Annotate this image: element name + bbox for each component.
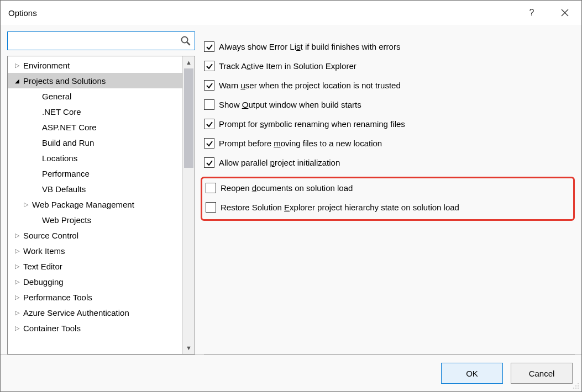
tree-item[interactable]: ▷Performance Tools [8,289,182,305]
search-input[interactable] [11,32,180,50]
tree-item[interactable]: ASP.NET Core [8,119,182,135]
option-label[interactable]: Track Active Item in Solution Explorer [219,61,575,71]
checkbox[interactable] [204,99,214,110]
ok-button[interactable]: OK [441,363,503,384]
chevron-right-icon[interactable] [32,93,40,99]
checkbox[interactable] [206,202,216,213]
checkbox[interactable] [204,138,214,149]
dialog-footer: OK Cancel [1,354,581,391]
search-icon [180,35,191,46]
tree-item-label: Performance Tools [23,293,92,302]
tree-item-label: Source Control [23,231,78,240]
chevron-right-icon[interactable] [32,139,40,146]
chevron-right-icon[interactable]: ▷ [13,232,21,239]
cancel-button[interactable]: Cancel [511,363,573,384]
scroll-track[interactable] [183,68,195,342]
close-button[interactable] [548,1,581,25]
scroll-down-icon[interactable]: ▼ [183,342,195,354]
option-label[interactable]: Warn user when the project location is n… [219,81,575,90]
option-row: Show Output window when build starts [204,98,575,111]
tree-item[interactable]: ▷Work Items [8,243,182,258]
chevron-right-icon[interactable]: ▷ [13,309,21,316]
tree-item-label: Locations [42,153,77,163]
tree-item[interactable]: ▷Environment [8,57,182,73]
resize-grip-icon[interactable] [571,382,579,389]
options-list: Always show Error List if build finishes… [204,40,575,221]
checkbox[interactable] [204,157,214,168]
tree-item[interactable]: .NET Core [8,104,182,119]
chevron-right-icon[interactable]: ▷ [13,278,21,285]
right-panel: Always show Error List if build finishes… [204,31,575,354]
tree-item-label: Environment [23,61,70,70]
tree-item[interactable]: Web Projects [8,212,182,227]
option-row: Restore Solution Explorer project hierar… [206,201,569,214]
checkbox[interactable] [204,119,214,129]
tree-item-label: Work Items [23,246,65,256]
tree-item-label: Text Editor [23,262,62,271]
checkbox[interactable] [204,61,214,71]
checkbox[interactable] [204,80,214,91]
tree-item-label: Web Package Management [32,200,134,209]
tree-item[interactable]: ▷Debugging [8,274,182,289]
svg-point-4 [578,383,579,384]
svg-point-5 [575,385,576,386]
chevron-down-icon[interactable]: ◢ [13,78,21,84]
option-label[interactable]: Prompt before moving files to a new loca… [219,139,575,148]
chevron-right-icon[interactable]: ▷ [13,62,21,69]
svg-line-3 [187,43,190,45]
tree-item-label: Debugging [23,277,64,287]
option-label[interactable]: Allow parallel project initialization [219,158,575,167]
chevron-right-icon[interactable] [32,155,40,161]
chevron-right-icon[interactable]: ▷ [22,201,30,208]
svg-point-9 [578,388,579,389]
option-label[interactable]: Restore Solution Explorer project hierar… [221,203,569,212]
scroll-up-icon[interactable]: ▲ [183,56,195,68]
tree-item-label: General [42,92,71,101]
option-row: Prompt for symbolic renaming when renami… [204,118,575,130]
chevron-right-icon[interactable] [32,216,40,223]
chevron-right-icon[interactable]: ▷ [13,325,21,332]
option-label[interactable]: Reopen documents on solution load [221,183,569,193]
chevron-right-icon[interactable]: ▷ [13,294,21,301]
option-row: Reopen documents on solution load [206,182,569,194]
option-label[interactable]: Show Output window when build starts [219,100,575,109]
tree-item-label: Container Tools [23,324,81,333]
tree-item-label: Azure Service Authentication [23,308,129,317]
option-label[interactable]: Always show Error List if build finishes… [219,42,575,51]
checkbox[interactable] [204,41,214,52]
chevron-right-icon[interactable] [32,186,40,192]
svg-point-6 [578,385,579,386]
tree-item-label: Projects and Solutions [23,76,106,86]
chevron-right-icon[interactable] [32,108,40,115]
scroll-thumb[interactable] [184,68,193,168]
svg-point-7 [573,388,574,389]
checkbox[interactable] [206,183,216,193]
tree-item[interactable]: ▷Web Package Management [8,197,182,212]
category-tree: ▷Environment◢Projects and Solutions Gene… [7,56,195,354]
scrollbar[interactable]: ▲ ▼ [182,56,195,354]
tree-item[interactable]: ▷Text Editor [8,258,182,274]
chevron-right-icon[interactable] [32,170,40,177]
tree-item[interactable]: Performance [8,166,182,181]
tree-item[interactable]: General [8,88,182,104]
tree-item-label: VB Defaults [42,184,86,194]
chevron-right-icon[interactable]: ▷ [13,247,21,255]
tree-item[interactable]: Build and Run [8,135,182,150]
tree-item[interactable]: ▷Azure Service Authentication [8,305,182,320]
tree-item[interactable]: Locations [8,150,182,166]
option-row: Warn user when the project location is n… [204,79,575,92]
help-button[interactable]: ? [515,1,548,25]
tree-item[interactable]: ▷Container Tools [8,320,182,336]
search-box[interactable] [7,31,195,50]
tree-item[interactable]: ▷Source Control [8,227,182,243]
window-title: Options [8,8,515,18]
option-label[interactable]: Prompt for symbolic renaming when renami… [219,119,575,129]
left-panel: ▷Environment◢Projects and Solutions Gene… [7,31,195,354]
chevron-right-icon[interactable]: ▷ [13,263,21,270]
chevron-right-icon[interactable] [32,124,40,130]
tree-item[interactable]: ◢Projects and Solutions [8,73,182,88]
tree-item[interactable]: VB Defaults [8,181,182,197]
tree-item-label: ASP.NET Core [42,123,97,132]
options-dialog: Options ? ▷Environment◢Projects and Solu… [0,0,582,392]
tree-item-label: Web Projects [42,215,91,225]
